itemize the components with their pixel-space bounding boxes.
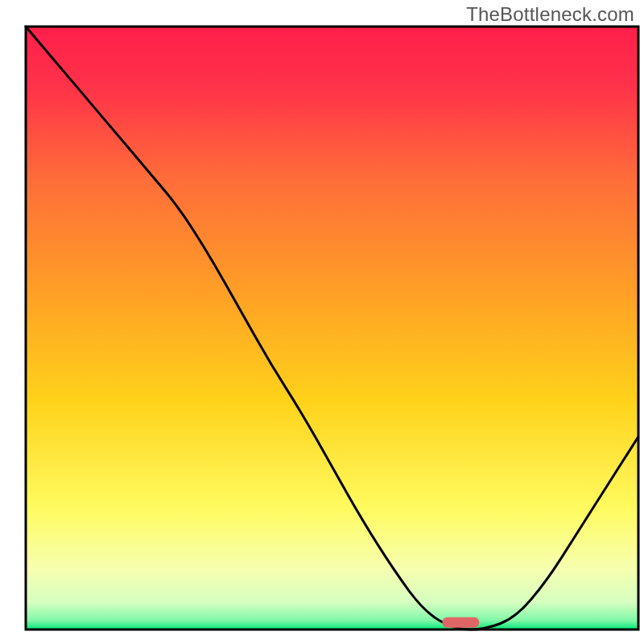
valley-marker: [443, 617, 480, 628]
plot-background: [26, 27, 638, 630]
chart-stage: TheBottleneck.com: [0, 0, 644, 644]
watermark-label: TheBottleneck.com: [466, 3, 634, 26]
chart-svg: [0, 0, 644, 644]
